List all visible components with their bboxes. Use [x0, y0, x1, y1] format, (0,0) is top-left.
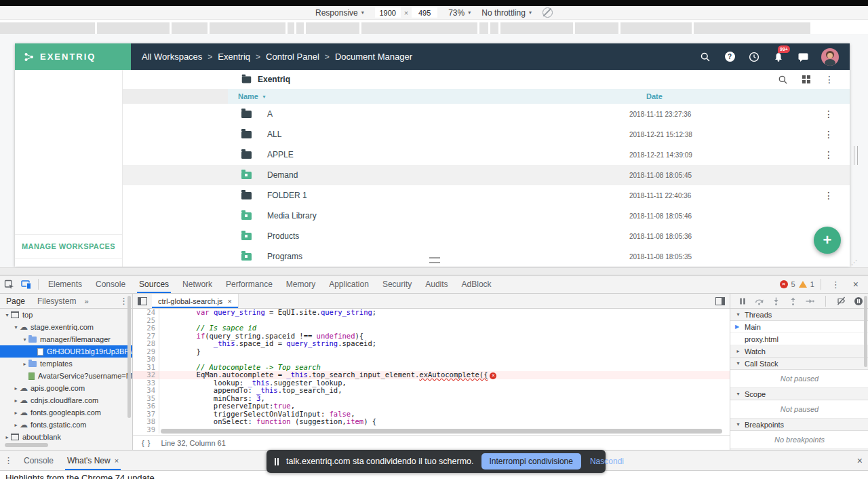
- table-row[interactable]: Demand2018-11-08 18:05:45: [123, 165, 850, 185]
- table-row[interactable]: Media Library2018-11-08 18:05:46: [123, 206, 850, 226]
- step-over-icon[interactable]: [755, 297, 764, 305]
- column-date[interactable]: Date: [646, 92, 663, 100]
- tab-page[interactable]: Page: [0, 296, 31, 306]
- rotate-viewport-icon[interactable]: [542, 7, 553, 18]
- line-number[interactable]: 24: [133, 309, 159, 317]
- search-icon[interactable]: [778, 75, 788, 85]
- line-number[interactable]: 32: [133, 371, 159, 379]
- breadcrumb-item[interactable]: Exentriq: [218, 52, 250, 62]
- chat-icon[interactable]: [797, 51, 809, 63]
- viewport-height-input[interactable]: [412, 7, 437, 18]
- table-row[interactable]: A2018-11-11 23:27:36⋮: [123, 104, 850, 124]
- tab-performance[interactable]: Performance: [219, 275, 279, 293]
- table-row[interactable]: Programs2018-11-08 18:05:35: [123, 246, 850, 267]
- tree-item[interactable]: AvatarService?username=M: [0, 370, 132, 382]
- tree-item[interactable]: ▸☁fonts.gstatic.com: [0, 419, 132, 431]
- tab-adblock[interactable]: AdBlock: [455, 275, 498, 293]
- debugger-scrollbar[interactable]: [864, 296, 867, 367]
- tab-elements[interactable]: Elements: [41, 275, 89, 293]
- page-scrollbar[interactable]: [854, 146, 858, 165]
- step-out-icon[interactable]: [789, 297, 797, 305]
- breadcrumb-item[interactable]: Document Manager: [335, 52, 412, 62]
- viewport-corner-resize-icon[interactable]: ⋰: [851, 259, 857, 266]
- deactivate-breakpoints-icon[interactable]: [837, 296, 846, 305]
- throttling-select[interactable]: No throttling ▾: [481, 8, 532, 18]
- editor-hscrollbar[interactable]: [161, 429, 722, 434]
- tab-sources[interactable]: Sources: [132, 275, 176, 293]
- collapse-navigator-icon[interactable]: [138, 297, 147, 305]
- section-header-threads[interactable]: ▾Threads: [730, 309, 868, 321]
- exentriq-logo[interactable]: EXENTRIQ: [15, 43, 131, 70]
- device-toolbar-icon[interactable]: [18, 276, 35, 292]
- drawer-close-icon[interactable]: ×: [852, 455, 868, 466]
- tree-item[interactable]: ▸☁cdnjs.cloudflare.com: [0, 394, 132, 406]
- section-header-watch[interactable]: ▸Watch: [730, 345, 868, 358]
- pause-script-icon[interactable]: [738, 297, 747, 305]
- line-number[interactable]: 36: [133, 402, 159, 410]
- stop-sharing-button[interactable]: Interrompi condivisione: [481, 453, 581, 470]
- tree-item[interactable]: GfH3OUR1blg19rUp3BPV: [0, 345, 132, 358]
- line-number[interactable]: 34: [133, 387, 159, 395]
- tab-audits[interactable]: Audits: [418, 275, 454, 293]
- viewport-resize-handle[interactable]: [429, 257, 440, 263]
- zoom-select[interactable]: 73% ▾: [448, 8, 471, 18]
- more-options-icon[interactable]: ⋮: [825, 74, 834, 85]
- tab-memory[interactable]: Memory: [279, 275, 322, 293]
- section-header-breakpoints[interactable]: ▾Breakpoints: [730, 419, 868, 431]
- notifications-bell-icon[interactable]: 99+: [772, 51, 785, 63]
- thread-item[interactable]: ▶Main: [730, 321, 868, 333]
- tree-item[interactable]: ▾manager/filemanager: [0, 333, 132, 345]
- table-row[interactable]: Products2018-11-08 18:05:36: [123, 226, 850, 246]
- step-into-icon[interactable]: [772, 297, 781, 305]
- row-menu-icon[interactable]: ⋮: [824, 190, 833, 201]
- line-number[interactable]: 28: [133, 340, 159, 348]
- pause-on-exceptions-icon[interactable]: [854, 296, 863, 306]
- collapse-debugger-icon[interactable]: [715, 297, 725, 305]
- tab-application[interactable]: Application: [322, 275, 376, 293]
- warning-icon[interactable]: [799, 281, 807, 288]
- drawer-tab-what-s-new[interactable]: What's New×: [60, 451, 125, 470]
- manage-workspaces-button[interactable]: MANAGE WORKSPACES: [15, 234, 122, 258]
- line-number[interactable]: 30: [133, 356, 159, 364]
- more-tabs-icon[interactable]: »: [82, 297, 90, 305]
- help-icon[interactable]: ?: [724, 51, 736, 63]
- tree-item[interactable]: ▾☁stage.exentriq.com: [0, 321, 132, 333]
- row-menu-icon[interactable]: ⋮: [824, 149, 833, 160]
- close-tab-icon[interactable]: ×: [115, 457, 119, 465]
- line-number[interactable]: 39: [133, 426, 159, 434]
- hide-toast-link[interactable]: Nascondi: [589, 457, 624, 466]
- tree-item[interactable]: ▸☁apis.google.com: [0, 382, 132, 394]
- column-name[interactable]: Name ▼: [238, 92, 267, 100]
- drawer-menu-icon[interactable]: ⋮: [0, 455, 17, 465]
- search-icon[interactable]: [699, 51, 711, 63]
- devtools-menu-icon[interactable]: ⋮: [827, 280, 844, 290]
- pretty-print-icon[interactable]: { }: [142, 439, 151, 447]
- code-area[interactable]: 24 var query_string = EqUI.site.query_st…: [133, 309, 730, 436]
- tree-hscrollbar[interactable]: [5, 443, 48, 447]
- viewport-width-input[interactable]: [375, 7, 401, 18]
- tree-item[interactable]: ▸about:blank: [0, 431, 132, 443]
- table-row[interactable]: FOLDER 12018-11-11 22:40:36⋮: [123, 185, 850, 206]
- row-menu-icon[interactable]: ⋮: [824, 129, 833, 140]
- breadcrumb-item[interactable]: All Workspaces: [142, 52, 202, 62]
- tab-console[interactable]: Console: [89, 275, 132, 293]
- tree-item[interactable]: ▸☁fonts.googleapis.com: [0, 406, 132, 419]
- tree-item[interactable]: ▾top: [0, 309, 132, 321]
- inspect-element-icon[interactable]: [0, 276, 18, 292]
- section-header-scope[interactable]: ▾Scope: [730, 388, 868, 400]
- devtools-close-icon[interactable]: ×: [848, 279, 864, 290]
- editor-file-tab[interactable]: ctrl-global-search.js ×: [152, 294, 239, 308]
- tab-network[interactable]: Network: [176, 275, 219, 293]
- add-button[interactable]: +: [814, 227, 841, 254]
- tab-filesystem[interactable]: Filesystem: [31, 296, 82, 306]
- tab-security[interactable]: Security: [376, 275, 418, 293]
- grid-view-icon[interactable]: [802, 75, 811, 84]
- error-icon[interactable]: ×: [780, 280, 788, 288]
- tree-scrollbar[interactable]: [127, 296, 131, 418]
- step-icon[interactable]: [806, 297, 814, 305]
- line-number[interactable]: 38: [133, 418, 159, 426]
- close-tab-icon[interactable]: ×: [227, 297, 231, 305]
- line-number[interactable]: 26: [133, 324, 159, 332]
- tree-item[interactable]: ▸templates: [0, 358, 132, 370]
- row-menu-icon[interactable]: ⋮: [824, 109, 833, 119]
